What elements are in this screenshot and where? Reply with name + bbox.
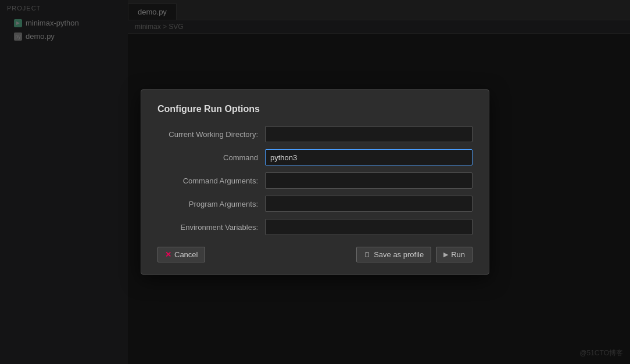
input-cwd[interactable]	[265, 126, 472, 142]
save-profile-icon: 🗒	[364, 251, 371, 259]
footer-right: 🗒 Save as profile ▶ Run	[356, 247, 472, 262]
input-command-args[interactable]	[265, 172, 472, 189]
label-command-args: Command Arguments:	[158, 176, 265, 185]
label-command: Command	[158, 153, 265, 162]
modal-title: Configure Run Options	[158, 104, 472, 114]
cancel-label: Cancel	[174, 250, 198, 259]
label-program-args: Program Arguments:	[158, 200, 265, 208]
field-program-args: Program Arguments:	[158, 196, 472, 212]
save-profile-button[interactable]: 🗒 Save as profile	[356, 247, 431, 262]
save-profile-label: Save as profile	[374, 250, 424, 259]
input-env-vars[interactable]	[265, 219, 472, 235]
field-command: Command	[158, 149, 472, 165]
modal-overlay: Configure Run Options Current Working Di…	[0, 0, 630, 364]
run-icon: ▶	[443, 251, 448, 258]
cancel-button[interactable]: ✕ Cancel	[158, 247, 205, 262]
input-program-args[interactable]	[265, 196, 472, 212]
modal-footer: ✕ Cancel 🗒 Save as profile ▶ Run	[158, 247, 472, 262]
cancel-icon: ✕	[165, 250, 171, 259]
input-command[interactable]	[265, 149, 472, 165]
field-env-vars: Environment Variables:	[158, 219, 472, 235]
configure-run-modal: Configure Run Options Current Working Di…	[141, 89, 489, 275]
label-cwd: Current Working Directory:	[158, 130, 265, 139]
field-cwd: Current Working Directory:	[158, 126, 472, 142]
field-command-args: Command Arguments:	[158, 172, 472, 189]
label-env-vars: Environment Variables:	[158, 223, 265, 232]
run-label: Run	[451, 250, 465, 259]
run-button[interactable]: ▶ Run	[436, 247, 472, 262]
